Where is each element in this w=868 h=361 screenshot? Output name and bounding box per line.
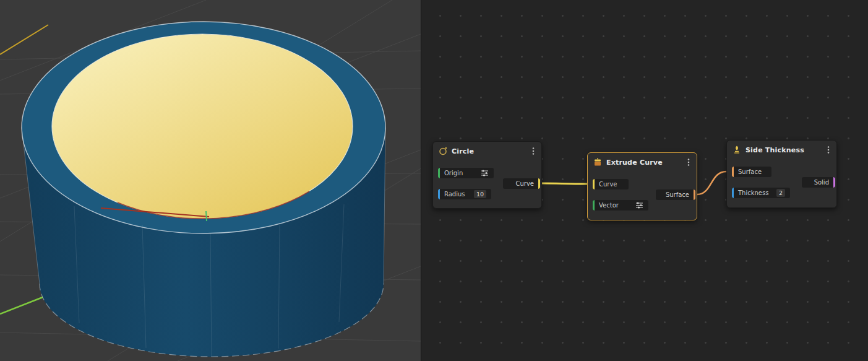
viewport-canvas[interactable]: [0, 0, 421, 361]
port-accent: [833, 177, 835, 188]
ring-inner-surface: [52, 34, 353, 219]
port-label: Surface: [666, 191, 689, 198]
port-output-solid[interactable]: Solid: [802, 177, 835, 188]
port-label: Solid: [814, 179, 829, 186]
node-title: Extrude Curve: [606, 159, 663, 167]
sliders-icon[interactable]: [635, 202, 643, 209]
wire-surface[interactable]: [697, 172, 726, 194]
port-label: Curve: [599, 181, 617, 188]
node-circle[interactable]: Circle Origin Radius 10 Curve: [432, 141, 542, 209]
port-input-curve[interactable]: Curve: [593, 179, 629, 189]
port-output-surface[interactable]: Surface: [656, 189, 695, 200]
viewport-3d[interactable]: [0, 0, 421, 361]
node-header: Extrude Curve: [588, 153, 697, 172]
port-label: Curve: [515, 180, 534, 187]
port-label: Radius: [444, 191, 465, 198]
port-label: Surface: [738, 168, 762, 175]
port-input-radius[interactable]: Radius 10: [438, 189, 491, 199]
port-output-curve[interactable]: Curve: [503, 178, 540, 189]
circle-icon: [439, 147, 447, 155]
kebab-menu-icon[interactable]: [686, 157, 691, 168]
app-window: Circle Origin Radius 10 Curve: [0, 0, 868, 361]
wire-curve[interactable]: [542, 183, 587, 184]
port-accent: [732, 188, 734, 198]
node-title: Side Thickness: [746, 146, 804, 154]
node-side-thickness[interactable]: Side Thickness Surface Thickness 2 Solid: [726, 140, 837, 208]
thickness-icon: [733, 146, 741, 154]
port-input-thickness[interactable]: Thickness 2: [732, 188, 790, 198]
kebab-menu-icon[interactable]: [531, 146, 536, 157]
kebab-menu-icon[interactable]: [826, 144, 831, 155]
node-editor[interactable]: Circle Origin Radius 10 Curve: [421, 0, 868, 361]
port-accent: [694, 189, 695, 200]
node-extrude-curve[interactable]: Extrude Curve Curve Vector Surface: [587, 152, 697, 220]
port-input-surface[interactable]: Surface: [732, 167, 771, 177]
node-header: Circle: [433, 142, 541, 160]
port-label: Origin: [444, 170, 463, 176]
port-label: Vector: [599, 202, 619, 209]
ring-object[interactable]: [22, 22, 385, 357]
port-input-vector[interactable]: Vector: [593, 200, 648, 211]
port-label: Thickness: [738, 189, 768, 196]
node-header: Side Thickness: [727, 141, 836, 159]
port-accent: [732, 167, 734, 177]
sliders-icon[interactable]: [481, 170, 489, 176]
port-accent: [438, 168, 440, 178]
port-accent: [538, 178, 540, 189]
thickness-value[interactable]: 2: [776, 189, 785, 197]
port-accent: [593, 200, 595, 211]
origin-tick: [206, 211, 207, 221]
port-accent: [593, 179, 595, 189]
port-input-origin[interactable]: Origin: [438, 168, 494, 178]
port-accent: [438, 189, 440, 199]
radius-value[interactable]: 10: [474, 190, 486, 198]
extrude-icon: [593, 158, 602, 167]
node-title: Circle: [452, 147, 474, 155]
